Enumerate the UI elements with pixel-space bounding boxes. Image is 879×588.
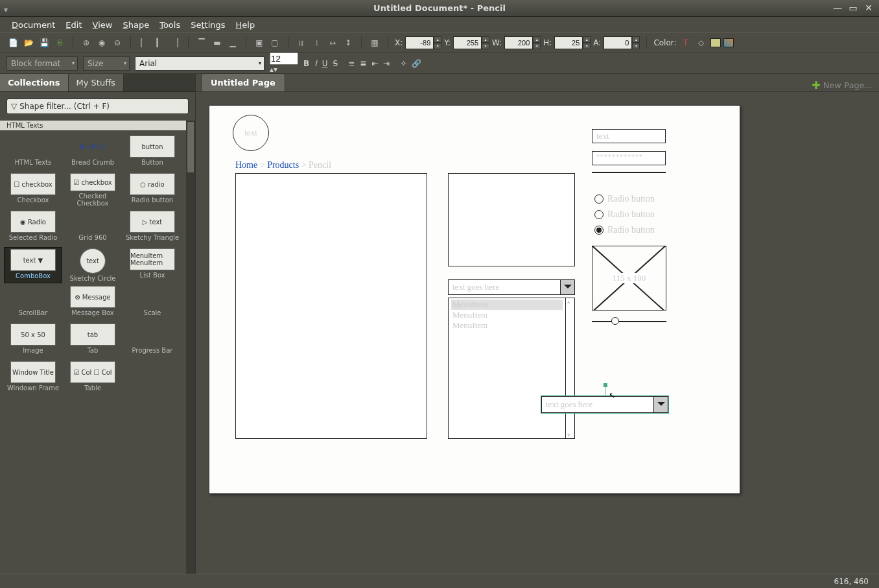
bring-front-icon[interactable]: ▣ — [253, 36, 266, 49]
size-combo[interactable]: Size▾ — [83, 56, 130, 71]
list-item[interactable]: MenuItem — [451, 300, 563, 310]
shape-stencil[interactable]: ☑ checkboxChecked Checkbox — [64, 172, 122, 208]
new-doc-icon[interactable]: 📄 — [6, 36, 19, 49]
x-up[interactable]: ▴ — [434, 36, 441, 43]
align-center-icon[interactable]: ▎ — [153, 36, 166, 49]
shape-stencil[interactable]: textSketchy Circle — [64, 247, 122, 283]
zoom-in-icon[interactable]: ⊕ — [80, 36, 93, 49]
x-down[interactable]: ▾ — [434, 43, 441, 49]
menu-edit[interactable]: Edit — [60, 18, 87, 32]
menu-tools[interactable]: Tools — [154, 18, 185, 32]
outdent-icon[interactable]: ⇤ — [371, 59, 378, 68]
link-icon[interactable]: 🔗 — [412, 59, 421, 68]
shape-stencil[interactable]: ScrollBar — [4, 285, 62, 321]
fill-color-swatch[interactable] — [723, 38, 734, 47]
new-page-button[interactable]: ✚New Page... — [812, 79, 873, 91]
zoom-out-icon[interactable]: ⊖ — [111, 36, 124, 49]
rect-shape-2[interactable] — [448, 173, 575, 266]
block-format-combo[interactable]: Block format▾ — [6, 56, 78, 71]
menu-shape[interactable]: Shape — [117, 18, 154, 32]
group-icon[interactable]: ▦ — [368, 36, 381, 49]
align-middle-icon[interactable]: ▬ — [211, 36, 224, 49]
shape-stencil[interactable]: Grid 960 — [64, 209, 122, 246]
shape-stencil[interactable]: ☐ checkboxCheckbox — [4, 172, 62, 208]
menu-settings[interactable]: Settings — [185, 18, 230, 32]
a-input[interactable] — [604, 36, 632, 49]
selection-handle[interactable] — [605, 383, 605, 396]
same-height-icon[interactable]: ↕ — [342, 36, 355, 49]
radio-shape-3[interactable]: Radio button — [594, 225, 655, 235]
shape-stencil[interactable]: ☑ Col ☐ ColTable — [64, 360, 122, 396]
no-fill-icon[interactable]: ◇ — [695, 36, 708, 49]
shape-stencil[interactable]: ▷ textSketchy Triangle — [123, 209, 182, 246]
font-combo[interactable]: Arial▾ — [135, 56, 264, 71]
shape-stencil[interactable]: ◉ RadioSelected Radio — [4, 209, 62, 246]
shape-stencil[interactable]: MenuItem MenuItemList Box — [123, 247, 182, 283]
password-input-shape[interactable]: ************ — [592, 151, 666, 165]
strike-icon[interactable]: S — [333, 59, 338, 68]
y-input[interactable] — [453, 36, 482, 49]
text-input-shape[interactable]: text — [592, 129, 666, 143]
minimize-button[interactable]: — — [831, 3, 844, 14]
w-input[interactable] — [504, 36, 533, 49]
font-size-input[interactable] — [270, 53, 298, 65]
app-menu-icon[interactable]: ▾ — [4, 5, 10, 12]
slider-shape[interactable] — [592, 321, 666, 322]
shape-stencil[interactable]: HTML Texts — [4, 134, 62, 171]
text-color-icon[interactable]: T — [679, 36, 692, 49]
breadcrumb-shape[interactable]: Home > Products > Pencil — [235, 160, 331, 171]
shape-stencil[interactable]: H > P > CBread Crumb — [64, 134, 122, 171]
shape-stencil[interactable]: ○ radioRadio button — [123, 172, 182, 208]
underline-icon[interactable]: U — [322, 59, 328, 68]
h-input[interactable] — [554, 36, 583, 49]
save-icon[interactable]: 💾 — [38, 36, 51, 49]
shape-stencil[interactable]: text ▼ComboBox — [4, 247, 62, 283]
align-right-icon[interactable]: ▕ — [169, 36, 182, 49]
list-item[interactable]: MenuItem — [451, 310, 563, 320]
list-item[interactable]: MenuItem — [451, 320, 563, 331]
canvas[interactable]: text Home > Products > Pencil text *****… — [209, 105, 740, 494]
bold-icon[interactable]: B — [303, 59, 309, 68]
menu-document[interactable]: Document — [6, 18, 60, 32]
sketchy-circle-shape[interactable]: text — [233, 115, 269, 151]
stroke-color-swatch[interactable] — [710, 38, 721, 47]
ul-icon[interactable]: ≡ — [348, 59, 355, 68]
page-tab-active[interactable]: Untitled Page — [201, 73, 285, 91]
send-back-icon[interactable]: ▢ — [268, 36, 281, 49]
dist-v-icon[interactable]: ⫶ — [311, 36, 323, 49]
indent-icon[interactable]: ⇥ — [383, 59, 390, 68]
canvas-viewport[interactable]: text Home > Products > Pencil text *****… — [196, 92, 879, 574]
zoom-reset-icon[interactable]: ◉ — [95, 36, 108, 49]
shape-stencil[interactable]: 50 x 50Image — [4, 322, 62, 359]
align-bottom-icon[interactable]: ▁ — [226, 36, 239, 49]
menu-help[interactable]: Help — [231, 18, 261, 32]
shape-stencil[interactable]: buttonButton — [123, 134, 182, 171]
open-icon[interactable]: 📂 — [22, 36, 35, 49]
shape-filter-input[interactable]: ▽ Shape filter... (Ctrl + F) — [6, 99, 189, 114]
tab-collections[interactable]: Collections — [0, 74, 69, 91]
combo-shape-1[interactable]: text goes here — [448, 279, 575, 295]
combo-shape-selected[interactable]: text goes here — [541, 396, 668, 413]
radio-shape-2[interactable]: Radio button — [594, 209, 655, 220]
shape-stencil[interactable]: Progress Bar — [123, 322, 182, 359]
export-icon[interactable]: ⎘ — [53, 36, 66, 49]
italic-icon[interactable]: I — [314, 59, 317, 68]
radio-shape-1[interactable]: Radio button — [594, 194, 655, 204]
shape-stencil[interactable]: ⊗ MessageMessage Box — [64, 285, 122, 321]
ol-icon[interactable]: ≣ — [360, 59, 366, 68]
shape-stencil[interactable]: Scale — [123, 285, 182, 321]
close-button[interactable]: ✕ — [862, 3, 875, 14]
x-input[interactable] — [405, 36, 434, 49]
list-scrollbar[interactable] — [565, 298, 574, 438]
maximize-button[interactable]: ▭ — [847, 3, 860, 14]
image-placeholder-shape[interactable]: 115 x 100 — [592, 246, 666, 311]
align-left-icon[interactable]: ▏ — [137, 36, 150, 49]
tab-mystuffs[interactable]: My Stuffs — [69, 74, 124, 91]
clear-format-icon[interactable]: ✧ — [400, 59, 406, 68]
same-width-icon[interactable]: ↔ — [326, 36, 339, 49]
shape-stencil[interactable]: tabTab — [64, 322, 122, 359]
shape-stencil[interactable]: Window TitleWindown Frame — [4, 360, 62, 396]
listbox-shape[interactable]: MenuItem MenuItem MenuItem — [448, 298, 575, 439]
dist-h-icon[interactable]: ⫼ — [295, 36, 308, 49]
sidebar-scrollbar[interactable] — [186, 121, 195, 574]
